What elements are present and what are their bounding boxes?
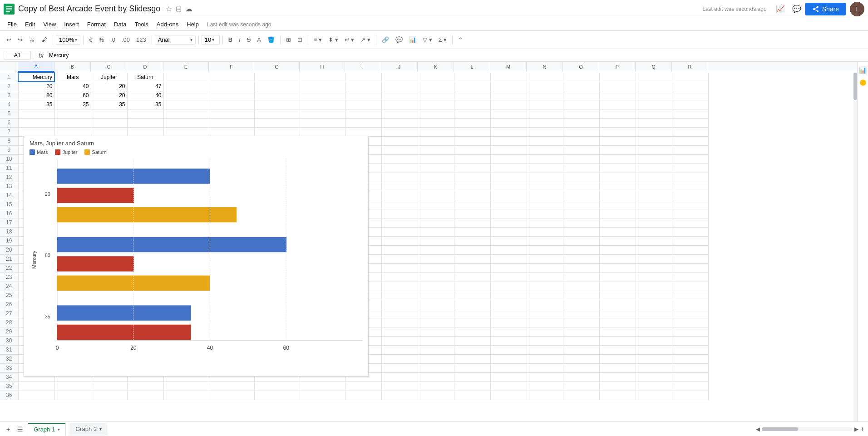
- cell-r35-c16[interactable]: [599, 382, 636, 391]
- cell-r6-c17[interactable]: [636, 118, 672, 127]
- cell-r4-c6[interactable]: [209, 100, 254, 109]
- cell-r27-c11[interactable]: [418, 309, 454, 318]
- cell-r14-c14[interactable]: [527, 191, 563, 200]
- cell-r1-c7[interactable]: [254, 73, 300, 82]
- italic-btn[interactable]: I: [236, 35, 243, 45]
- cell-r1-c5[interactable]: [163, 73, 209, 82]
- cell-r36-c15[interactable]: [563, 391, 599, 400]
- cell-r35-c11[interactable]: [418, 382, 454, 391]
- cell-r2-c3[interactable]: 20: [91, 82, 127, 91]
- cell-r6-c1[interactable]: [18, 118, 54, 127]
- cell-r1-c16[interactable]: [599, 73, 636, 82]
- cell-r34-c11[interactable]: [418, 372, 454, 382]
- cell-r27-c14[interactable]: [527, 309, 563, 318]
- sheet-tab-graph1[interactable]: Graph 1 ▾: [28, 423, 66, 436]
- cell-r10-c16[interactable]: [599, 154, 636, 164]
- cell-r19-c10[interactable]: [381, 236, 418, 245]
- h-align-btn[interactable]: ≡ ▾: [311, 35, 325, 45]
- insert-link-btn[interactable]: 🔗: [379, 35, 392, 45]
- cell-r25-c17[interactable]: [636, 291, 672, 300]
- cell-r9-c17[interactable]: [636, 145, 672, 154]
- cell-r15-c18[interactable]: [672, 200, 708, 209]
- cell-r3-c14[interactable]: [527, 91, 563, 100]
- cell-r23-c16[interactable]: [599, 272, 636, 282]
- cell-r23-c15[interactable]: [563, 272, 599, 282]
- add-sheet-btn[interactable]: +: [4, 424, 13, 435]
- cell-r13-c17[interactable]: [636, 182, 672, 191]
- borders-btn[interactable]: ⊞: [283, 35, 294, 45]
- cell-r36-c5[interactable]: [163, 391, 209, 400]
- cell-r4-c3[interactable]: 35: [91, 100, 127, 109]
- cell-r25-c12[interactable]: [454, 291, 490, 300]
- merge-btn[interactable]: ⊡: [295, 35, 305, 45]
- cell-r28-c16[interactable]: [599, 318, 636, 327]
- cell-r2-c16[interactable]: [599, 82, 636, 91]
- col-header-H[interactable]: H: [300, 62, 345, 72]
- cell-r4-c15[interactable]: [563, 100, 599, 109]
- col-header-L[interactable]: L: [454, 62, 490, 72]
- col-header-D[interactable]: D: [127, 62, 163, 72]
- cell-r26-c12[interactable]: [454, 300, 490, 309]
- cell-r12-c10[interactable]: [381, 173, 418, 182]
- cell-r6-c16[interactable]: [599, 118, 636, 127]
- cell-r7-c6[interactable]: [209, 127, 254, 136]
- decimal-more-btn[interactable]: .00: [119, 35, 133, 45]
- cell-r15-c11[interactable]: [418, 200, 454, 209]
- cell-r32-c14[interactable]: [527, 354, 563, 363]
- cell-r3-c16[interactable]: [599, 91, 636, 100]
- cell-r29-c13[interactable]: [490, 327, 527, 336]
- col-header-R[interactable]: R: [672, 62, 708, 72]
- cell-r17-c17[interactable]: [636, 218, 672, 227]
- cell-r1-c12[interactable]: [454, 73, 490, 82]
- cell-r5-c5[interactable]: [163, 109, 209, 118]
- cell-r7-c15[interactable]: [563, 127, 599, 136]
- cell-r34-c12[interactable]: [454, 372, 490, 382]
- cell-r20-c14[interactable]: [527, 245, 563, 254]
- cell-r10-c12[interactable]: [454, 154, 490, 164]
- cell-r13-c10[interactable]: [381, 182, 418, 191]
- cell-r3-c5[interactable]: [163, 91, 209, 100]
- cell-r20-c11[interactable]: [418, 245, 454, 254]
- cell-r36-c14[interactable]: [527, 391, 563, 400]
- cell-r36-c3[interactable]: [91, 391, 127, 400]
- cell-r2-c6[interactable]: [209, 82, 254, 91]
- cell-r1-c4[interactable]: Saturn: [127, 73, 163, 82]
- cell-r14-c13[interactable]: [490, 191, 527, 200]
- cell-r17-c14[interactable]: [527, 218, 563, 227]
- cell-r4-c11[interactable]: [418, 100, 454, 109]
- cell-r1-c8[interactable]: [300, 73, 345, 82]
- cell-r32-c12[interactable]: [454, 354, 490, 363]
- cell-r7-c2[interactable]: [54, 127, 91, 136]
- cell-r26-c15[interactable]: [563, 300, 599, 309]
- cell-r33-c11[interactable]: [418, 363, 454, 372]
- cell-r18-c16[interactable]: [599, 227, 636, 236]
- cell-r28-c12[interactable]: [454, 318, 490, 327]
- cell-r16-c16[interactable]: [599, 209, 636, 218]
- cell-r22-c12[interactable]: [454, 263, 490, 272]
- cell-r24-c16[interactable]: [599, 282, 636, 291]
- cell-r2-c14[interactable]: [527, 82, 563, 91]
- cell-r36-c4[interactable]: [127, 391, 163, 400]
- cell-r4-c8[interactable]: [300, 100, 345, 109]
- cell-r36-c10[interactable]: [381, 391, 418, 400]
- cell-r2-c12[interactable]: [454, 82, 490, 91]
- cell-r7-c17[interactable]: [636, 127, 672, 136]
- cell-r9-c18[interactable]: [672, 145, 708, 154]
- cell-r6-c2[interactable]: [54, 118, 91, 127]
- decimal-less-btn[interactable]: .0: [108, 35, 118, 45]
- cell-r5-c16[interactable]: [599, 109, 636, 118]
- cell-r11-c10[interactable]: [381, 164, 418, 173]
- cell-r4-c17[interactable]: [636, 100, 672, 109]
- cell-r18-c12[interactable]: [454, 227, 490, 236]
- cell-r17-c16[interactable]: [599, 218, 636, 227]
- cell-r2-c1[interactable]: 20: [18, 82, 54, 91]
- cell-r35-c17[interactable]: [636, 382, 672, 391]
- star-icon[interactable]: ☆: [166, 5, 172, 13]
- cell-r30-c10[interactable]: [381, 336, 418, 345]
- cell-r8-c16[interactable]: [599, 136, 636, 145]
- cell-r35-c2[interactable]: [54, 382, 91, 391]
- cell-r1-c17[interactable]: [636, 73, 672, 82]
- cell-r6-c15[interactable]: [563, 118, 599, 127]
- collapse-toolbar-btn[interactable]: ⌃: [455, 35, 466, 45]
- cell-r4-c5[interactable]: [163, 100, 209, 109]
